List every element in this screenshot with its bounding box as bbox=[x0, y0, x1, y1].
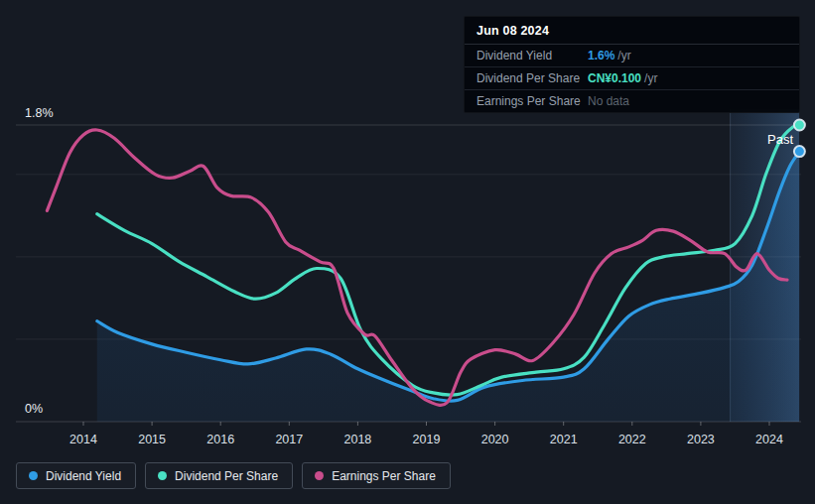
legend-label: Dividend Yield bbox=[46, 469, 121, 483]
tooltip-unit: /yr bbox=[644, 71, 657, 85]
dividend-per-share-end-marker bbox=[794, 120, 805, 131]
legend-item-dividend-per-share[interactable]: Dividend Per Share bbox=[145, 462, 293, 489]
chart-tooltip: Jun 08 2024 Dividend Yield 1.6% /yr Divi… bbox=[464, 16, 800, 113]
x-tick-label: 2017 bbox=[275, 433, 303, 446]
dividend-yield-area bbox=[97, 152, 800, 422]
dividend-per-share-dot-icon bbox=[158, 471, 167, 480]
x-tick-label: 2018 bbox=[343, 433, 371, 446]
x-tick-label: 2015 bbox=[138, 433, 166, 446]
tooltip-label: Dividend Yield bbox=[476, 49, 588, 63]
x-tick-label: 2020 bbox=[481, 433, 509, 446]
tooltip-label: Earnings Per Share bbox=[476, 94, 588, 108]
legend-item-dividend-yield[interactable]: Dividend Yield bbox=[16, 462, 136, 489]
tooltip-value-dividend-yield: 1.6% bbox=[588, 49, 614, 63]
tooltip-unit: /yr bbox=[617, 49, 630, 63]
tooltip-value-dividend-per-share: CN¥0.100 bbox=[588, 71, 641, 85]
dividend-history-chart: 1.8%0%2014201520162017201820192020202120… bbox=[0, 0, 815, 504]
legend-label: Earnings Per Share bbox=[332, 469, 436, 483]
tooltip-row-earnings-per-share: Earnings Per Share No data bbox=[465, 90, 799, 112]
legend-item-earnings-per-share[interactable]: Earnings Per Share bbox=[302, 462, 451, 489]
tooltip-row-dividend-per-share: Dividend Per Share CN¥0.100 /yr bbox=[465, 67, 799, 90]
earnings-per-share-dot-icon bbox=[315, 471, 324, 480]
tooltip-row-dividend-yield: Dividend Yield 1.6% /yr bbox=[465, 45, 799, 67]
tooltip-date: Jun 08 2024 bbox=[465, 17, 799, 45]
y-axis-label-min: 0% bbox=[25, 402, 43, 416]
dividend-yield-dot-icon bbox=[29, 471, 38, 480]
x-tick-label: 2023 bbox=[687, 433, 715, 446]
x-tick-label: 2019 bbox=[413, 433, 441, 446]
chart-legend: Dividend Yield Dividend Per Share Earnin… bbox=[16, 462, 451, 489]
x-tick-label: 2016 bbox=[206, 433, 234, 446]
tooltip-label: Dividend Per Share bbox=[476, 71, 588, 85]
past-label: Past bbox=[767, 132, 793, 147]
x-tick-label: 2024 bbox=[755, 433, 783, 446]
y-axis-label-max: 1.8% bbox=[25, 106, 54, 120]
dividend-yield-end-marker bbox=[794, 146, 805, 157]
x-tick-label: 2014 bbox=[69, 433, 97, 446]
legend-label: Dividend Per Share bbox=[175, 469, 278, 483]
tooltip-value-earnings-per-share: No data bbox=[588, 94, 629, 108]
x-tick-label: 2021 bbox=[550, 433, 578, 446]
x-tick-label: 2022 bbox=[618, 433, 646, 446]
